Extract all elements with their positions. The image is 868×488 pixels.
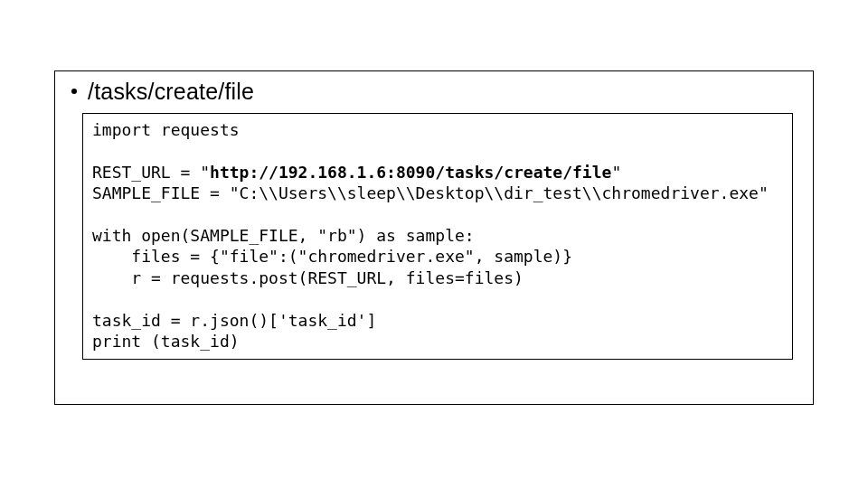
code-line: import requests <box>92 120 240 139</box>
code-line: r = requests.post(REST_URL, files=files) <box>92 268 524 287</box>
code-bold-url: http://192.168.1.6:8090/tasks/create/fil… <box>210 163 611 182</box>
code-line: REST_URL = "http://192.168.1.6:8090/task… <box>92 163 621 182</box>
bullet-text: /tasks/create/file <box>88 78 254 105</box>
bullet-dot-icon <box>71 89 77 94</box>
code-line: SAMPLE_FILE = "C:\\Users\\sleep\\Desktop… <box>92 183 769 202</box>
code-text: " <box>611 163 621 182</box>
code-line: print (task_id) <box>92 332 240 351</box>
bullet-item: /tasks/create/file <box>71 78 797 105</box>
code-line: files = {"file":("chromedriver.exe", sam… <box>92 247 572 266</box>
code-line: with open(SAMPLE_FILE, "rb") as sample: <box>92 226 475 245</box>
code-box: import requests REST_URL = "http://192.1… <box>82 113 793 360</box>
outer-box: /tasks/create/file import requests REST_… <box>54 70 814 405</box>
slide: /tasks/create/file import requests REST_… <box>0 0 868 488</box>
code-line: task_id = r.json()['task_id'] <box>92 311 376 330</box>
code-text: REST_URL = " <box>92 163 210 182</box>
